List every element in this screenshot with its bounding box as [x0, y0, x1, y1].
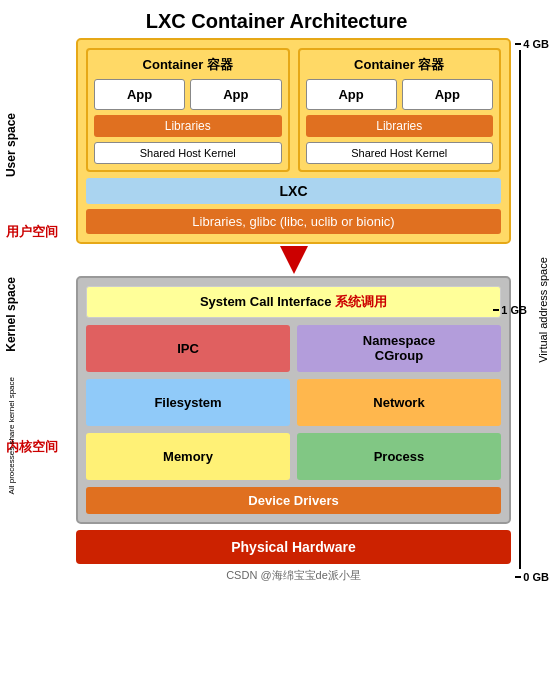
scale-bar-top — [515, 43, 521, 45]
user-space-box: Container 容器 App App Libraries Shared Ho… — [76, 38, 511, 244]
container-1-app-2: App — [190, 79, 281, 110]
kernel-space-sublabel: All processes share kernel space — [7, 377, 16, 494]
kernel-space-label: Kernel space — [4, 277, 18, 352]
chinese-user-label: 用户空间 — [6, 223, 76, 241]
syscall-label: System Call Interface — [200, 294, 332, 309]
lxc-bar: LXC — [86, 178, 501, 204]
physical-hardware-bar: Physical Hardware — [76, 530, 511, 564]
syscall-bar: System Call Interface 系统调用 — [86, 286, 501, 318]
process-cell: Process — [297, 433, 501, 480]
container-2-app-1: App — [306, 79, 397, 110]
container-1-app-1: App — [94, 79, 185, 110]
left-labels: User space 用户空间 Kernel space All process… — [4, 38, 76, 583]
container-1-shared-host: Shared Host Kernel — [94, 142, 282, 164]
libraries-glibc-bar: Libraries, glibc (libc, uclib or bionic) — [86, 209, 501, 234]
page-title: LXC Container Architecture — [0, 0, 553, 38]
ipc-cell: IPC — [86, 325, 290, 372]
container-2: Container 容器 App App Libraries Shared Ho… — [298, 48, 502, 172]
syscall-chinese-label: 系统调用 — [335, 294, 387, 309]
chinese-kernel-label: 内核空间 — [6, 438, 76, 456]
container-1-title: Container 容器 — [94, 56, 282, 74]
scale-virtual-label: Virtual address space — [537, 257, 549, 363]
right-scale: 4 GB Virtual address space 1 GB 0 GB — [511, 38, 549, 583]
scale-0gb: 0 GB — [523, 571, 549, 583]
user-space-label: User space — [4, 113, 18, 177]
watermark: CSDN @海绵宝宝de派小星 — [76, 568, 511, 583]
container-2-title: Container 容器 — [306, 56, 494, 74]
kernel-space-label-group: Kernel space All processes share kernel … — [4, 253, 76, 498]
scale-bar-mid — [493, 309, 499, 311]
filesystem-cell: Filesystem — [86, 379, 290, 426]
container-1-libraries: Libraries — [94, 115, 282, 137]
arrow-down-icon — [280, 246, 308, 274]
user-space-label-group: User space — [4, 38, 76, 253]
namespace-cgroup-cell: NamespaceCGroup — [297, 325, 501, 372]
container-2-app-2: App — [402, 79, 493, 110]
memory-cell: Memory — [86, 433, 290, 480]
scale-1gb: 1 GB — [501, 304, 527, 316]
device-drivers-bar: Device Drivers — [86, 487, 501, 514]
network-cell: Network — [297, 379, 501, 426]
scale-bar-bottom — [515, 576, 521, 578]
diagram-center: Container 容器 App App Libraries Shared Ho… — [76, 38, 511, 583]
container-2-shared-host: Shared Host Kernel — [306, 142, 494, 164]
scale-4gb: 4 GB — [523, 38, 549, 50]
container-1: Container 容器 App App Libraries Shared Ho… — [86, 48, 290, 172]
kernel-space-box: System Call Interface 系统调用 IPC Namespace… — [76, 276, 511, 524]
arrow-container — [76, 246, 511, 274]
container-2-libraries: Libraries — [306, 115, 494, 137]
